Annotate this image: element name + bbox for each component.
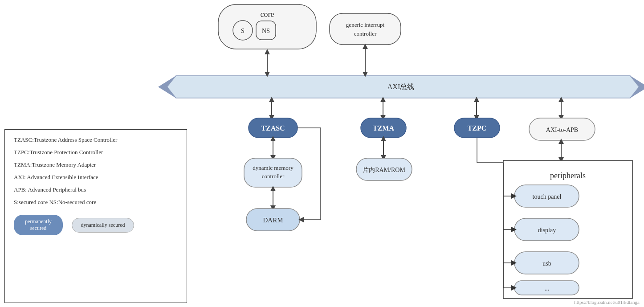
svg-text:usb: usb	[542, 260, 551, 267]
svg-text:AXI-to-APB: AXI-to-APB	[546, 127, 578, 133]
legend-axi: AXI: Advanced Extensible Interface	[14, 174, 178, 181]
svg-text:TZMA: TZMA	[373, 124, 394, 132]
legend-permanently-secured: permanently secured	[14, 215, 63, 235]
watermark: https://blog.csdn.net/u014/dlanga	[574, 299, 640, 305]
svg-marker-17	[265, 49, 270, 54]
svg-text:...: ...	[545, 285, 550, 292]
svg-text:S: S	[241, 28, 245, 34]
svg-text:NS: NS	[262, 28, 270, 34]
svg-text:controller: controller	[354, 30, 377, 37]
svg-text:TZASC: TZASC	[261, 124, 285, 132]
svg-text:display: display	[538, 227, 556, 233]
legend-tzpc: TZPC:Trustzone Protection Controller	[14, 149, 178, 156]
core-label: core	[261, 10, 274, 19]
legend-tzma: TZMA:Trustzone Memory Adapter	[14, 161, 178, 168]
legend-box: TZASC:Trustzone Address Space Controller…	[4, 129, 187, 303]
legend-tzasc: TZASC:Trustzone Address Space Controller	[14, 136, 178, 143]
svg-text:peripherals: peripherals	[550, 171, 586, 180]
svg-rect-13	[330, 13, 401, 45]
svg-text:generic interrupt: generic interrupt	[346, 21, 385, 28]
legend-s-ns: S:secured core NS:No-secured core	[14, 199, 178, 206]
svg-text:controller: controller	[262, 173, 285, 180]
svg-text:dynamic memory: dynamic memory	[253, 164, 293, 171]
axi-bus-label: AXI总线	[387, 83, 414, 90]
svg-text:TZPC: TZPC	[468, 124, 487, 132]
legend-dynamically-secured: dynamically secured	[72, 218, 134, 233]
svg-text:touch panel: touch panel	[533, 193, 562, 200]
svg-text:DARM: DARM	[263, 217, 283, 224]
legend-apb: APB: Advanced Peripheral bus	[14, 186, 178, 193]
svg-text:片内RAM/ROM: 片内RAM/ROM	[363, 167, 405, 173]
